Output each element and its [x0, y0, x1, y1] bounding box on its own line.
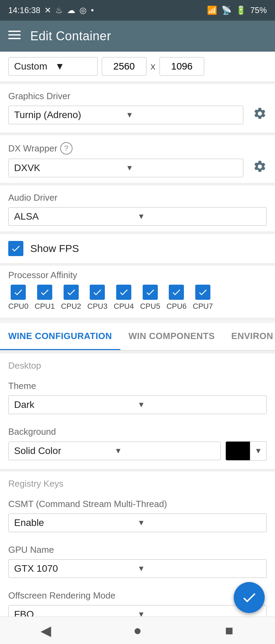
resolution-height-input[interactable]	[160, 57, 204, 76]
cpu-1-label: CPU1	[35, 302, 55, 311]
graphics-driver-settings-button[interactable]	[253, 107, 267, 124]
show-fps-row: Show FPS	[0, 234, 275, 263]
cpu-0-label: CPU0	[8, 302, 29, 311]
audio-driver-value: ALSA	[14, 211, 138, 222]
cpu-4-item: CPU4	[114, 285, 134, 311]
times-symbol: x	[151, 61, 155, 72]
graphics-driver-value: Turnip (Adreno)	[14, 109, 126, 120]
signal-icon: 📡	[221, 6, 232, 15]
tabs-bar: WINE CONFIGURATION WIN COMPONENTS ENVIRO…	[0, 323, 275, 351]
color-swatch[interactable]	[226, 442, 250, 460]
gpu-name-value: GTX 1070	[14, 563, 138, 574]
battery-icon: 🔋	[236, 6, 246, 15]
gpu-name-select[interactable]: GTX 1070 ▼	[8, 559, 267, 578]
processor-affinity-label: Processor Affinity	[8, 270, 267, 281]
graphics-driver-select[interactable]: Turnip (Adreno) ▼	[8, 106, 243, 124]
svg-rect-0	[8, 31, 21, 32]
cpu-5-checkbox[interactable]	[143, 285, 158, 300]
svg-rect-1	[8, 34, 21, 36]
tab-environ[interactable]: ENVIRON	[223, 323, 275, 350]
status-bar: 14:16:38 ✕ ♨ ☁ ◎ • 📶 📡 🔋 75%	[0, 0, 275, 21]
resolution-preset-value: Custom	[14, 61, 51, 72]
cpu-4-checkbox[interactable]	[116, 285, 131, 300]
registry-keys-section-title: Registry Keys	[0, 472, 275, 492]
cpu-5-item: CPU5	[140, 285, 160, 311]
nav-recent-button[interactable]: ■	[219, 620, 240, 641]
gpu-name-arrow: ▼	[138, 564, 261, 573]
theme-select[interactable]: Dark ▼	[8, 395, 267, 414]
cloud-icon: ☁	[67, 6, 75, 15]
gpu-name-label: GPU Name	[0, 538, 275, 557]
theme-label: Theme	[0, 374, 275, 393]
color-swatch-arrow[interactable]: ▼	[250, 442, 266, 460]
csmt-arrow: ▼	[138, 518, 261, 527]
audio-driver-select[interactable]: ALSA ▼	[8, 207, 267, 226]
battery-percent: 75%	[250, 6, 267, 15]
cpu-1-checkbox[interactable]	[37, 285, 52, 300]
cpu-5-label: CPU5	[140, 302, 160, 311]
background-label: Background	[0, 420, 275, 439]
cpu-7-checkbox[interactable]	[195, 285, 210, 300]
cpu-0-checkbox[interactable]	[11, 285, 26, 300]
pokemon-icon: ◎	[79, 6, 87, 15]
graphics-driver-arrow: ▼	[126, 110, 238, 119]
background-value: Solid Color	[14, 445, 114, 456]
cpu-4-label: CPU4	[114, 302, 134, 311]
processor-affinity-section: Processor Affinity CPU0 CPU1 CPU2	[0, 266, 275, 318]
cpu-0-item: CPU0	[8, 285, 29, 311]
resolution-preset-select[interactable]: Custom ▼	[8, 57, 98, 76]
cpu-6-checkbox[interactable]	[169, 285, 184, 300]
x-icon: ✕	[44, 6, 51, 15]
menu-icon[interactable]	[8, 29, 21, 44]
svg-rect-2	[8, 38, 21, 39]
main-content: Custom ▼ x Graphics Driver Turnip (Adren…	[0, 52, 275, 644]
cpu-3-item: CPU3	[87, 285, 108, 311]
desktop-section-title: Desktop	[0, 353, 275, 374]
app-bar-title: Edit Container	[30, 29, 111, 43]
csmt-select[interactable]: Enable ▼	[8, 514, 267, 532]
dx-wrapper-value: DXVK	[14, 162, 126, 173]
fab-confirm-button[interactable]	[234, 582, 265, 613]
tab-wine-configuration[interactable]: WINE CONFIGURATION	[0, 323, 120, 350]
nav-home-button[interactable]: ●	[127, 620, 148, 641]
color-swatch-group[interactable]: ▼	[226, 441, 267, 461]
dx-wrapper-label: DX Wrapper	[8, 143, 57, 154]
cpu-2-item: CPU2	[61, 285, 81, 311]
resolution-row: Custom ▼ x	[0, 52, 275, 81]
resolution-preset-arrow: ▼	[55, 61, 92, 72]
csmt-label: CSMT (Command Stream Multi-Thread)	[0, 492, 275, 511]
cpu-7-item: CPU7	[193, 285, 213, 311]
cpu-2-label: CPU2	[61, 302, 81, 311]
theme-value: Dark	[14, 399, 138, 410]
app-bar: Edit Container	[0, 21, 275, 52]
dx-wrapper-settings-button[interactable]	[253, 160, 267, 177]
dot-icon: •	[91, 6, 94, 15]
cpu-3-checkbox[interactable]	[90, 285, 105, 300]
dx-wrapper-help-icon[interactable]: ?	[60, 142, 73, 155]
show-fps-checkbox[interactable]	[8, 241, 23, 256]
dx-wrapper-arrow: ▼	[126, 163, 238, 172]
cpu-3-label: CPU3	[87, 302, 108, 311]
nav-back-button[interactable]: ◀	[35, 620, 56, 641]
audio-driver-arrow: ▼	[138, 212, 261, 221]
background-arrow: ▼	[114, 446, 215, 455]
dx-wrapper-select[interactable]: DXVK ▼	[8, 159, 243, 177]
cpu-6-item: CPU6	[166, 285, 187, 311]
show-fps-label: Show FPS	[30, 243, 79, 254]
background-select[interactable]: Solid Color ▼	[8, 442, 221, 460]
steam-icon: ♨	[55, 6, 63, 15]
csmt-value: Enable	[14, 517, 138, 528]
wifi-icon: 📶	[207, 6, 217, 15]
audio-driver-label: Audio Driver	[0, 186, 275, 204]
graphics-driver-label: Graphics Driver	[0, 84, 275, 103]
theme-arrow: ▼	[138, 400, 261, 409]
cpu-6-label: CPU6	[166, 302, 187, 311]
resolution-width-input[interactable]	[102, 57, 146, 76]
cpu-7-label: CPU7	[193, 302, 213, 311]
bottom-nav: ◀ ● ■	[0, 616, 275, 644]
cpu-1-item: CPU1	[35, 285, 55, 311]
tab-win-components[interactable]: WIN COMPONENTS	[120, 323, 223, 350]
cpu-2-checkbox[interactable]	[64, 285, 79, 300]
status-time: 14:16:38	[8, 6, 40, 15]
cpu-grid: CPU0 CPU1 CPU2 CPU3	[8, 285, 267, 311]
